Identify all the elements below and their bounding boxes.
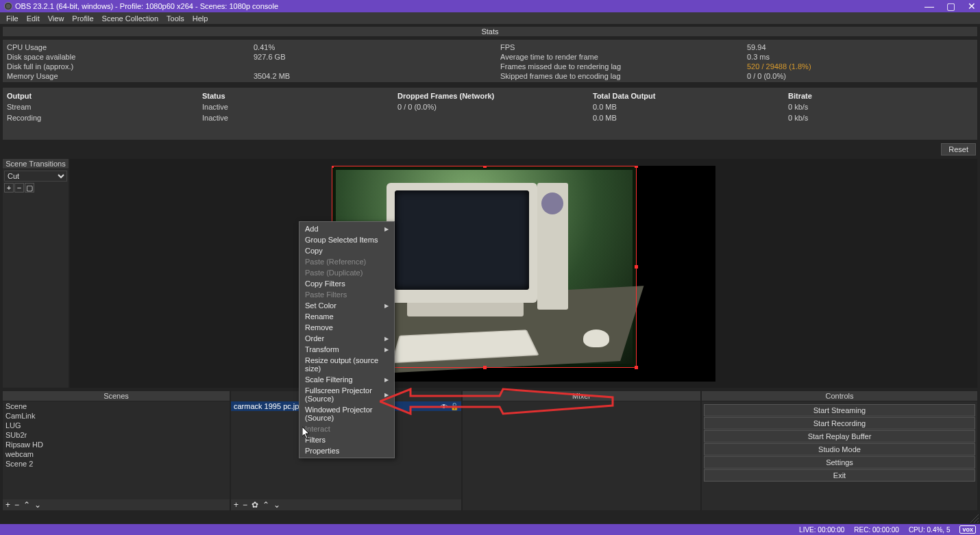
ctx-rename[interactable]: Rename	[299, 311, 394, 322]
scene-item[interactable]: webcam	[3, 449, 230, 459]
transition-settings-button[interactable]: ▢	[25, 183, 34, 192]
stat-label: Memory Usage	[3, 71, 249, 81]
ctx-paste-duplicate-: Paste (Duplicate)	[299, 267, 394, 278]
source-remove-button[interactable]: −	[243, 500, 247, 510]
ctx-scale-filtering[interactable]: Scale Filtering▶	[299, 374, 394, 385]
submenu-arrow-icon: ▶	[384, 336, 389, 342]
controls-dock: Controls Start StreamingStart RecordingS…	[701, 390, 978, 511]
scene-item[interactable]: SUb2r	[3, 430, 230, 440]
scene-item[interactable]: Ripsaw HD	[3, 440, 230, 449]
minimize-button[interactable]: —	[924, 1, 934, 12]
exit-button[interactable]: Exit	[704, 469, 975, 482]
source-add-button[interactable]: +	[234, 500, 238, 510]
scene-down-button[interactable]: ⌄	[34, 500, 41, 510]
scenes-dock: Scenes SceneCamLinkLUGSUb2rRipsaw HDwebc…	[2, 390, 230, 511]
output-table: OutputStatusDropped Frames (Network)Tota…	[2, 87, 978, 140]
output-header: Output	[7, 90, 202, 101]
preview-pane[interactable]	[69, 158, 978, 388]
ctx-windowed-projector-source-[interactable]: Windowed Projector (Source)	[299, 404, 394, 423]
submenu-arrow-icon: ▶	[384, 392, 389, 398]
submenu-arrow-icon: ▶	[384, 226, 389, 232]
output-header: Bitrate	[788, 90, 980, 101]
stat-label: Average time to render frame	[496, 52, 743, 62]
menu-file[interactable]: File	[3, 14, 22, 23]
mixer-dock: Mixer	[462, 390, 701, 511]
menu-edit[interactable]: Edit	[23, 14, 43, 23]
ctx-copy-filters[interactable]: Copy Filters	[299, 278, 394, 289]
ctx-group-selected-items[interactable]: Group Selected Items	[299, 234, 394, 245]
start-replay-buffer-button[interactable]: Start Replay Buffer	[704, 430, 975, 443]
scene-transitions-pane: Scene Transitions Cut + − ▢	[2, 158, 69, 388]
scene-item[interactable]: Scene	[3, 401, 230, 411]
transition-select[interactable]: Cut	[4, 171, 67, 182]
stat-label: Disk space available	[3, 52, 249, 62]
submenu-arrow-icon: ▶	[384, 303, 389, 309]
mixer-list[interactable]	[463, 401, 700, 510]
source-down-button[interactable]: ⌄	[273, 500, 280, 510]
vox-badge: vox	[959, 525, 976, 534]
scene-item[interactable]: LUG	[3, 421, 230, 430]
resize-grip-icon[interactable]	[969, 513, 979, 523]
menu-profile[interactable]: Profile	[69, 14, 97, 23]
scenes-list[interactable]: SceneCamLinkLUGSUb2rRipsaw HDwebcamScene…	[3, 401, 230, 499]
stat-label: CPU Usage	[3, 42, 249, 52]
reset-button[interactable]: Reset	[941, 143, 976, 155]
ctx-transform[interactable]: Transform▶	[299, 344, 394, 355]
obs-logo-icon	[4, 2, 12, 10]
scenes-footer: + − ⌃ ⌄	[3, 499, 230, 510]
settings-button[interactable]: Settings	[704, 456, 975, 469]
lock-toggle-icon[interactable]: 🔓	[450, 403, 458, 410]
menu-help[interactable]: Help	[189, 14, 212, 23]
ctx-properties[interactable]: Properties	[299, 445, 394, 456]
maximize-button[interactable]: ▢	[946, 1, 955, 12]
mixer-title: Mixer	[463, 391, 700, 401]
ctx-add[interactable]: Add▶	[299, 223, 394, 234]
output-cell: 0.0 MB	[593, 101, 788, 112]
status-bar: LIVE: 00:00:00 REC: 00:00:00 CPU: 0.4%, …	[0, 524, 980, 535]
stat-value: 927.6 GB	[249, 52, 496, 62]
close-button[interactable]: ✕	[968, 1, 976, 12]
scene-remove-button[interactable]: −	[14, 500, 19, 510]
transition-add-button[interactable]: +	[4, 183, 14, 192]
scene-up-button[interactable]: ⌃	[23, 500, 30, 510]
ctx-paste-filters: Paste Filters	[299, 289, 394, 300]
submenu-arrow-icon: ▶	[384, 347, 389, 353]
submenu-arrow-icon: ▶	[384, 377, 389, 383]
ctx-order[interactable]: Order▶	[299, 333, 394, 344]
start-streaming-button[interactable]: Start Streaming	[704, 404, 975, 416]
stat-label: Frames missed due to rendering lag	[496, 62, 743, 71]
scene-item[interactable]: CamLink	[3, 411, 230, 421]
stat-value	[249, 62, 496, 71]
stat-value: 3504.2 MB	[249, 71, 496, 81]
ctx-interact: Interact	[299, 423, 394, 434]
stat-value: 0 / 0 (0.0%)	[743, 71, 980, 81]
transition-remove-button[interactable]: −	[14, 183, 24, 192]
source-context-menu[interactable]: Add▶Group Selected ItemsCopyPaste (Refer…	[299, 221, 395, 458]
output-cell: Inactive	[202, 101, 397, 112]
stat-label: Skipped frames due to encoding lag	[496, 71, 743, 81]
ctx-fullscreen-projector-source-[interactable]: Fullscreen Projector (Source)▶	[299, 385, 394, 404]
visibility-toggle-icon[interactable]: 👁	[441, 403, 448, 410]
svg-line-2	[970, 514, 979, 523]
menu-bar: FileEditViewProfileScene CollectionTools…	[0, 12, 980, 24]
ctx-resize-output-source-size-[interactable]: Resize output (source size)	[299, 355, 394, 374]
ctx-set-color[interactable]: Set Color▶	[299, 300, 394, 311]
studio-mode-button[interactable]: Studio Mode	[704, 443, 975, 456]
scene-add-button[interactable]: +	[5, 500, 10, 510]
output-cell: 0 / 0 (0.0%)	[397, 101, 593, 112]
ctx-copy[interactable]: Copy	[299, 245, 394, 256]
controls-title: Controls	[702, 391, 977, 401]
source-up-button[interactable]: ⌃	[262, 500, 269, 510]
ctx-remove[interactable]: Remove	[299, 322, 394, 333]
source-settings-button[interactable]: ✿	[252, 500, 258, 510]
ctx-filters[interactable]: Filters	[299, 434, 394, 445]
menu-scene-collection[interactable]: Scene Collection	[99, 14, 162, 23]
output-header: Dropped Frames (Network)	[397, 90, 593, 101]
output-cell	[397, 112, 593, 123]
status-live: LIVE: 00:00:00	[799, 526, 844, 534]
menu-view[interactable]: View	[45, 14, 68, 23]
scene-item[interactable]: Scene 2	[3, 459, 230, 469]
menu-tools[interactable]: Tools	[163, 14, 188, 23]
window-title: OBS 23.2.1 (64-bit, windows) - Profile: …	[15, 2, 278, 10]
start-recording-button[interactable]: Start Recording	[704, 417, 975, 430]
